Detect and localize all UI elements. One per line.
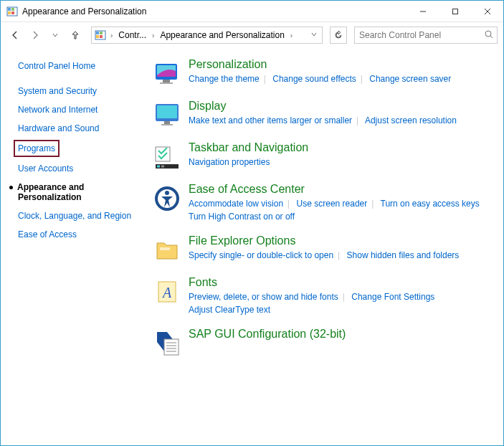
adjust-cleartype-link[interactable]: Adjust ClearType text [189, 305, 270, 315]
chevron-right-icon[interactable]: › [289, 32, 294, 39]
control-panel-icon [6, 6, 18, 17]
svg-point-14 [485, 31, 491, 37]
taskbar-navigation-title[interactable]: Taskbar and Navigation [189, 141, 308, 154]
svg-rect-10 [96, 32, 99, 34]
use-screen-reader-link[interactable]: Use screen reader [297, 199, 368, 209]
category-personalization: Personalization Change the theme| Change… [153, 58, 489, 88]
recent-dropdown[interactable] [47, 27, 64, 44]
sap-gui-configuration-title[interactable]: SAP GUI Configuration (32-bit) [189, 328, 346, 341]
svg-rect-12 [96, 35, 99, 38]
svg-line-15 [490, 36, 493, 38]
category-sap-gui: SAP GUI Configuration (32-bit) [153, 328, 489, 358]
svg-rect-34 [164, 339, 179, 355]
svg-rect-6 [452, 9, 457, 14]
category-fonts: A Fonts Preview, delete, or show and hid… [153, 276, 489, 316]
accommodate-low-vision-link[interactable]: Accommodate low vision [189, 199, 283, 209]
breadcrumb-control-panel[interactable]: Contr... [115, 29, 149, 42]
svg-rect-24 [156, 147, 170, 161]
svg-rect-23 [161, 124, 173, 125]
sidebar-item-ease-of-access[interactable]: Ease of Access [18, 227, 144, 242]
change-screen-saver-link[interactable]: Change screen saver [369, 74, 451, 84]
change-theme-link[interactable]: Change the theme [189, 74, 260, 84]
sidebar-item-label: Appearance and Personalization [17, 182, 84, 202]
fonts-title[interactable]: Fonts [189, 276, 217, 289]
change-sound-effects-link[interactable]: Change sound effects [272, 74, 356, 84]
make-text-larger-link[interactable]: Make text and other items larger or smal… [189, 115, 352, 125]
svg-rect-22 [164, 121, 170, 124]
category-file-explorer-options: File Explorer Options Specify single- or… [153, 234, 489, 265]
category-display: Display Make text and other items larger… [153, 100, 489, 130]
sidebar-item-hardware-sound[interactable]: Hardware and Sound [18, 121, 144, 136]
breadcrumb-dropdown[interactable] [308, 30, 320, 40]
titlebar: Appearance and Personalization [1, 1, 503, 22]
minimize-button[interactable] [406, 1, 439, 22]
adjust-resolution-link[interactable]: Adjust screen resolution [365, 115, 457, 125]
turn-high-contrast-link[interactable]: Turn High Contrast on or off [189, 212, 295, 222]
ease-of-access-center-title[interactable]: Ease of Access Center [189, 183, 305, 196]
maximize-button[interactable] [439, 1, 471, 22]
chevron-right-icon[interactable]: › [109, 32, 114, 39]
search-input[interactable] [358, 29, 494, 41]
search-icon [484, 29, 494, 42]
display-icon [153, 101, 181, 130]
breadcrumb-bar[interactable]: › Contr... › Appearance and Personalizat… [91, 27, 323, 44]
svg-rect-18 [163, 80, 170, 82]
fonts-icon: A [153, 277, 181, 306]
breadcrumb-current[interactable]: Appearance and Personalization [157, 29, 287, 42]
taskbar-icon [153, 143, 181, 171]
svg-rect-4 [11, 11, 14, 14]
forward-button [27, 27, 44, 44]
breadcrumb-icon [95, 29, 106, 41]
specify-click-link[interactable]: Specify single- or double-click to open [189, 250, 333, 260]
navigation-properties-link[interactable]: Navigation properties [189, 157, 270, 167]
sidebar-item-appearance-personalization: Appearance and Personalization [18, 180, 144, 204]
ease-of-access-icon [153, 184, 181, 213]
show-hidden-files-link[interactable]: Show hidden files and folders [347, 250, 460, 260]
personalization-title[interactable]: Personalization [189, 58, 267, 71]
svg-rect-26 [157, 166, 160, 168]
svg-point-30 [165, 191, 169, 195]
back-button[interactable] [6, 27, 24, 44]
svg-rect-31 [160, 247, 170, 250]
display-title[interactable]: Display [189, 100, 226, 113]
up-button[interactable] [67, 27, 84, 44]
sidebar: Control Panel Home System and Security N… [1, 48, 144, 445]
personalization-icon [153, 60, 181, 88]
svg-rect-21 [157, 105, 177, 118]
svg-text:A: A [161, 285, 172, 300]
content-area: Personalization Change the theme| Change… [144, 48, 503, 445]
control-panel-home-link[interactable]: Control Panel Home [18, 61, 144, 71]
sidebar-item-user-accounts[interactable]: User Accounts [18, 161, 144, 176]
svg-rect-27 [161, 166, 164, 168]
svg-rect-13 [100, 35, 103, 38]
search-box[interactable] [354, 27, 498, 44]
chevron-right-icon[interactable]: › [151, 32, 156, 39]
svg-rect-1 [8, 8, 11, 11]
category-ease-of-access: Ease of Access Center Accommodate low vi… [153, 183, 489, 223]
svg-rect-2 [11, 8, 14, 11]
window-title: Appearance and Personalization [22, 6, 406, 16]
change-font-settings-link[interactable]: Change Font Settings [351, 292, 434, 302]
sap-gui-icon [153, 329, 181, 358]
file-explorer-options-icon [153, 236, 181, 265]
sidebar-item-network-internet[interactable]: Network and Internet [18, 103, 144, 117]
close-button[interactable] [471, 1, 503, 22]
navbar: › Contr... › Appearance and Personalizat… [1, 22, 503, 48]
svg-rect-19 [160, 82, 173, 84]
refresh-button[interactable] [330, 27, 347, 44]
turn-on-easy-access-keys-link[interactable]: Turn on easy access keys [381, 199, 480, 209]
category-taskbar-navigation: Taskbar and Navigation Navigation proper… [153, 141, 489, 171]
sidebar-item-programs[interactable]: Programs [14, 140, 60, 157]
sidebar-item-system-security[interactable]: System and Security [18, 84, 144, 98]
sidebar-item-clock-language-region[interactable]: Clock, Language, and Region [18, 209, 144, 223]
svg-rect-11 [100, 32, 103, 34]
preview-delete-fonts-link[interactable]: Preview, delete, or show and hide fonts [189, 292, 338, 302]
svg-rect-3 [8, 11, 11, 14]
file-explorer-options-title[interactable]: File Explorer Options [189, 234, 295, 247]
